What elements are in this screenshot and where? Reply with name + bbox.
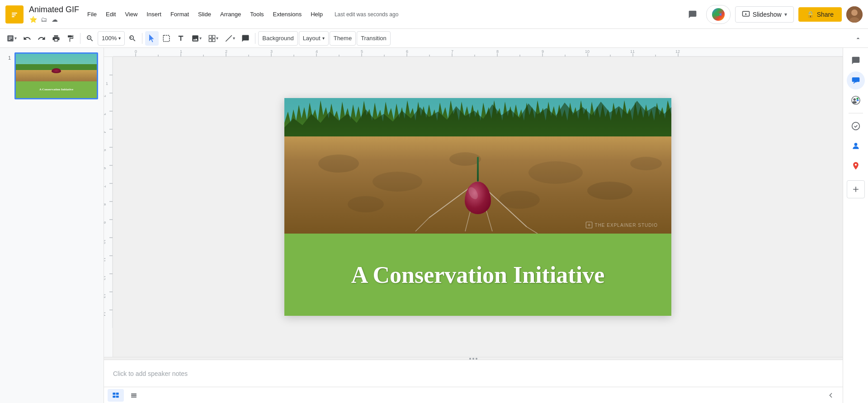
thumb-scene (16, 54, 97, 81)
svg-text:9: 9 (542, 49, 544, 54)
comment-button[interactable] (684, 5, 702, 23)
menu-tools[interactable]: Tools (245, 8, 268, 20)
svg-point-107 (852, 101, 856, 104)
undo-button[interactable] (20, 31, 34, 46)
add-button[interactable]: ▾ (4, 31, 19, 46)
menu-edit[interactable]: Edit (101, 8, 120, 20)
zoom-out-button[interactable] (83, 31, 97, 46)
svg-text:2: 2 (225, 49, 227, 54)
canvas-scroll[interactable]: 1 2 3 4 5 6 7 8 (104, 57, 843, 357)
avatar[interactable] (846, 6, 863, 23)
menu-extensions[interactable]: Extensions (269, 8, 307, 20)
app-icon[interactable] (5, 5, 24, 23)
slideshow-chevron: ▾ (784, 11, 787, 18)
svg-line-95 (527, 227, 538, 234)
share-label: Share (817, 11, 834, 18)
zoom-level[interactable]: 100% ▾ (98, 31, 125, 46)
slideshow-button[interactable]: Slideshow ▾ (735, 6, 794, 23)
shape-tool[interactable]: ▾ (205, 31, 221, 46)
zoom-in-button[interactable] (126, 31, 139, 46)
canvas-area: 0 1 2 3 4 5 (104, 48, 843, 403)
divider-3 (255, 33, 255, 44)
svg-text:1: 1 (106, 81, 108, 86)
meet-button[interactable] (706, 5, 731, 24)
svg-marker-5 (719, 13, 721, 16)
toolbar: ▾ 100% ▾ ▾ ▾ ▾ (0, 29, 868, 48)
print-button[interactable] (49, 31, 63, 46)
svg-text:12: 12 (104, 276, 106, 280)
svg-text:14: 14 (104, 312, 106, 316)
svg-rect-100 (116, 395, 119, 398)
svg-text:3: 3 (270, 49, 273, 54)
slide-grid-view-button[interactable] (126, 389, 142, 402)
comments-sidebar-button[interactable] (847, 52, 865, 70)
image-tool[interactable]: ▾ (189, 31, 204, 46)
add-sidebar-app-button[interactable] (847, 180, 865, 198)
svg-point-111 (854, 143, 857, 146)
svg-text:7: 7 (451, 49, 453, 54)
divider-1 (80, 33, 80, 44)
notes-area[interactable]: Click to add speaker notes (104, 360, 843, 387)
slide-content[interactable]: A Conservation Initiative THE EXPLAINER … (284, 98, 671, 316)
svg-rect-10 (164, 35, 170, 42)
menu-arrange[interactable]: Arrange (216, 8, 245, 20)
layout-label: Layout (303, 35, 321, 42)
drive-icon[interactable]: 🗂 (40, 15, 48, 23)
svg-rect-98 (116, 393, 119, 395)
share-button[interactable]: 🔒 Share (798, 7, 842, 22)
select-tool[interactable] (160, 31, 173, 46)
menu-file[interactable]: File (83, 8, 101, 20)
background-button[interactable]: Background (258, 31, 297, 46)
cloud-icon[interactable]: ☁ (51, 15, 59, 23)
theme-button[interactable]: Theme (330, 31, 356, 46)
bottom-bar (104, 387, 843, 403)
text-tool[interactable] (174, 31, 188, 46)
menu-help[interactable]: Help (306, 8, 327, 20)
slide-1-container: 1 A Conservation Initiative (4, 52, 100, 99)
redo-button[interactable] (35, 31, 48, 46)
slide-canvas[interactable]: A Conservation Initiative THE EXPLAINER … (113, 57, 843, 357)
slide-thumbnail-1[interactable]: A Conservation Initiative (14, 52, 98, 99)
collapse-toolbar-button[interactable] (852, 31, 864, 46)
layout-button[interactable]: Layout ▾ (299, 31, 329, 46)
cursor-tool[interactable] (145, 31, 159, 46)
lock-icon: 🔒 (807, 11, 814, 18)
svg-text:5: 5 (104, 149, 107, 151)
tasks-sidebar-button[interactable] (847, 117, 865, 135)
slide-list-view-button[interactable] (108, 389, 124, 402)
menu-bar: File Edit View Insert Format Slide Arran… (83, 8, 327, 20)
last-edit-status: Last edit was seconds ago (335, 11, 398, 18)
svg-text:10: 10 (104, 239, 106, 244)
contacts-sidebar-button[interactable] (847, 137, 865, 155)
collapse-panel-button[interactable] (823, 389, 839, 402)
comment-tool[interactable] (239, 31, 252, 46)
menu-format[interactable]: Format (166, 8, 193, 20)
svg-text:4: 4 (316, 49, 318, 54)
menu-insert[interactable]: Insert (142, 8, 166, 20)
slide-wrapper: A Conservation Initiative THE EXPLAINER … (284, 98, 671, 316)
svg-rect-3 (12, 16, 14, 17)
svg-rect-4 (715, 13, 719, 16)
paint-format-button[interactable] (64, 31, 77, 46)
svg-text:6: 6 (104, 167, 107, 169)
svg-rect-102 (131, 395, 137, 396)
notes-placeholder[interactable]: Click to add speaker notes (113, 370, 188, 377)
bottom-banner: A Conservation Initiative (284, 234, 671, 316)
svg-point-89 (630, 157, 662, 170)
transition-button[interactable]: Transition (357, 31, 391, 46)
line-tool[interactable]: ▾ (222, 31, 238, 46)
topbar: Animated GIF ⭐ 🗂 ☁ File Edit View Insert… (0, 0, 868, 29)
menu-slide[interactable]: Slide (193, 8, 216, 20)
meet-sidebar-button[interactable] (847, 91, 865, 109)
menu-view[interactable]: View (120, 8, 142, 20)
chat-sidebar-button[interactable] (847, 71, 865, 89)
right-sidebar (843, 48, 868, 403)
svg-rect-101 (131, 394, 137, 394)
svg-rect-104 (852, 77, 859, 82)
slides-panel: 1 A Conservation Initiative (0, 48, 104, 403)
svg-point-82 (318, 155, 359, 173)
svg-point-85 (528, 161, 583, 184)
star-icon[interactable]: ⭐ (29, 15, 37, 23)
maps-sidebar-button[interactable] (847, 157, 865, 175)
svg-point-83 (373, 172, 422, 192)
